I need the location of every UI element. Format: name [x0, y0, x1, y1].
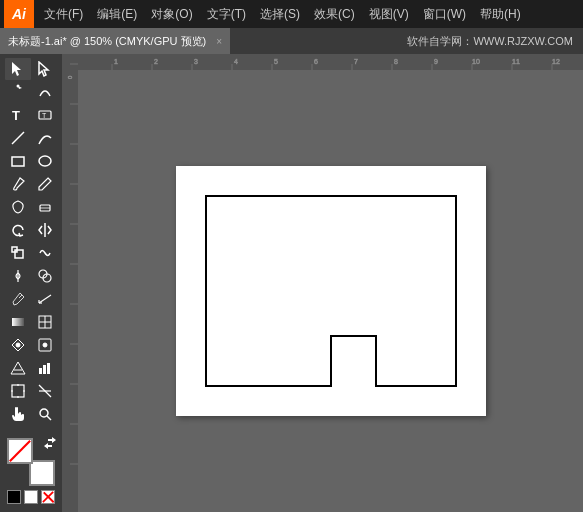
svg-point-40 — [40, 409, 48, 417]
svg-marker-28 — [11, 362, 25, 374]
title-bar: Ai 文件(F)编辑(E)对象(O)文字(T)选择(S)效果(C)视图(V)窗口… — [0, 0, 583, 28]
curvature-tool[interactable] — [32, 81, 58, 103]
svg-point-8 — [39, 156, 51, 166]
svg-rect-30 — [39, 368, 42, 374]
eyedropper-tool[interactable] — [5, 288, 31, 310]
svg-text:12: 12 — [552, 58, 560, 65]
canvas-area: 0 1 2 3 4 5 6 7 8 9 10 11 12 — [62, 54, 583, 512]
svg-text:6: 6 — [314, 58, 318, 65]
scale-tool[interactable] — [5, 242, 31, 264]
tool-row-gradient — [2, 311, 60, 333]
menu-item-o[interactable]: 对象(O) — [145, 4, 198, 25]
tool-row-blob — [2, 196, 60, 218]
fill-swatch[interactable] — [7, 438, 33, 464]
menu-item-c[interactable]: 效果(C) — [308, 4, 361, 25]
tool-row-line — [2, 127, 60, 149]
svg-text:2: 2 — [154, 58, 158, 65]
svg-text:5: 5 — [274, 58, 278, 65]
live-paint-tool[interactable] — [5, 334, 31, 356]
active-tab[interactable]: 未标题-1.ai* @ 150% (CMYK/GPU 预览) × — [0, 28, 230, 54]
svg-text:4: 4 — [234, 58, 238, 65]
svg-text:3: 3 — [194, 58, 198, 65]
ellipse-tool[interactable] — [32, 150, 58, 172]
tool-row-shape — [2, 150, 60, 172]
svg-marker-0 — [12, 62, 21, 76]
measure-tool[interactable] — [32, 288, 58, 310]
eraser-tool[interactable] — [32, 196, 58, 218]
hand-tool[interactable] — [5, 403, 31, 425]
svg-point-25 — [16, 343, 20, 347]
reflect-tool[interactable] — [32, 219, 58, 241]
none-color-icon[interactable] — [41, 490, 55, 504]
svg-rect-7 — [12, 157, 24, 166]
svg-text:11: 11 — [512, 58, 520, 65]
tool-row-brush — [2, 173, 60, 195]
artwork-svg — [176, 166, 486, 416]
menu-item-s[interactable]: 选择(S) — [254, 4, 306, 25]
svg-rect-33 — [12, 385, 24, 397]
svg-text:1: 1 — [114, 58, 118, 65]
type-tool[interactable]: T — [5, 104, 31, 126]
pen-tool[interactable] — [5, 81, 31, 103]
svg-point-2 — [16, 85, 19, 88]
gradient-tool[interactable] — [5, 311, 31, 333]
toolbar: T T — [0, 54, 62, 512]
mesh-tool[interactable] — [32, 311, 58, 333]
tool-row-width — [2, 265, 60, 287]
slice-tool[interactable] — [32, 380, 58, 402]
svg-rect-21 — [12, 318, 24, 326]
area-type-tool[interactable]: T — [32, 104, 58, 126]
rect-tool[interactable] — [5, 150, 31, 172]
select-tool[interactable] — [5, 58, 31, 80]
tool-row-type: T T — [2, 104, 60, 126]
tool-row-scale — [2, 242, 60, 264]
svg-line-6 — [12, 132, 24, 144]
default-colors-icon[interactable] — [7, 490, 21, 504]
tool-row-artboard — [2, 380, 60, 402]
rotate-tool[interactable] — [5, 219, 31, 241]
svg-line-43 — [43, 492, 53, 502]
paintbrush-tool[interactable] — [5, 173, 31, 195]
main-area: T T — [0, 54, 583, 512]
arc-tool[interactable] — [32, 127, 58, 149]
svg-line-41 — [47, 416, 51, 420]
menu-item-h[interactable]: 帮助(H) — [474, 4, 527, 25]
svg-text:9: 9 — [434, 58, 438, 65]
color-swatches — [7, 438, 55, 508]
perspective-tool[interactable] — [5, 357, 31, 379]
direct-select-tool[interactable] — [32, 58, 58, 80]
tool-row-eyedropper — [2, 288, 60, 310]
svg-line-42 — [10, 441, 30, 461]
tab-close-button[interactable]: × — [216, 36, 222, 47]
line-tool[interactable] — [5, 127, 31, 149]
live-paint-select-tool[interactable] — [32, 334, 58, 356]
menu-item-f[interactable]: 文件(F) — [38, 4, 89, 25]
swap-colors-icon[interactable] — [43, 436, 57, 450]
bar-graph-tool[interactable] — [32, 357, 58, 379]
menu-bar: 文件(F)编辑(E)对象(O)文字(T)选择(S)效果(C)视图(V)窗口(W)… — [38, 4, 579, 25]
svg-line-18 — [39, 295, 51, 303]
svg-rect-31 — [43, 365, 46, 374]
menu-item-t[interactable]: 文字(T) — [201, 4, 252, 25]
zoom-tool[interactable] — [32, 403, 58, 425]
warp-tool[interactable] — [32, 242, 58, 264]
shape-builder-tool[interactable] — [32, 265, 58, 287]
svg-marker-1 — [39, 62, 48, 76]
pencil-tool[interactable] — [32, 173, 58, 195]
menu-item-v[interactable]: 视图(V) — [363, 4, 415, 25]
tool-row-pen — [2, 81, 60, 103]
swap-fill-stroke-icon[interactable] — [24, 490, 38, 504]
tab-label: 未标题-1.ai* @ 150% (CMYK/GPU 预览) — [8, 34, 206, 49]
tool-row-select — [2, 58, 60, 80]
width-tool[interactable] — [5, 265, 31, 287]
artboard-tool[interactable] — [5, 380, 31, 402]
artboard — [176, 166, 486, 416]
blob-brush-tool[interactable] — [5, 196, 31, 218]
svg-text:7: 7 — [354, 58, 358, 65]
tool-row-rotate — [2, 219, 60, 241]
svg-text:10: 10 — [472, 58, 480, 65]
menu-item-e[interactable]: 编辑(E) — [91, 4, 143, 25]
svg-rect-44 — [62, 54, 583, 70]
svg-text:T: T — [42, 112, 47, 119]
menu-item-w[interactable]: 窗口(W) — [417, 4, 472, 25]
